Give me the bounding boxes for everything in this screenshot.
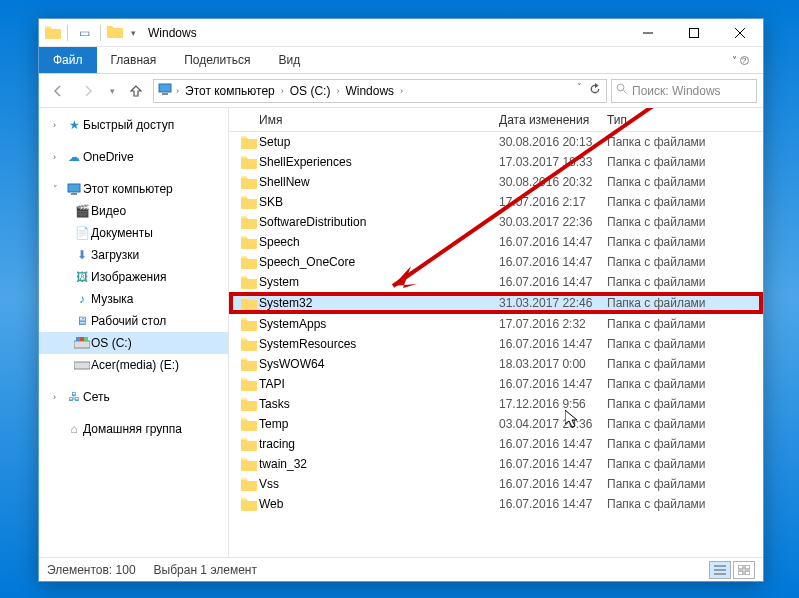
file-name: SKB xyxy=(259,195,499,209)
file-row[interactable]: Web16.07.2016 14:47Папка с файлами xyxy=(229,494,763,514)
cloud-icon: ☁ xyxy=(65,150,83,164)
file-row[interactable]: TAPI16.07.2016 14:47Папка с файлами xyxy=(229,374,763,394)
column-name[interactable]: Имя xyxy=(259,113,499,127)
file-row[interactable]: System3231.03.2017 22:46Папка с файлами xyxy=(229,292,763,314)
address-row: ▾ › Этот компьютер › OS (C:) › Windows ›… xyxy=(39,74,763,108)
explorer-window: ▭ ▾ Windows Файл Главная Поделиться Вид … xyxy=(38,18,764,582)
status-count: Элементов: 100 xyxy=(47,563,136,577)
file-row[interactable]: SKB17.07.2016 2:17Папка с файлами xyxy=(229,192,763,212)
refresh-icon[interactable] xyxy=(588,82,602,99)
view-icons-button[interactable] xyxy=(733,561,755,579)
file-row[interactable]: SystemApps17.07.2016 2:32Папка с файлами xyxy=(229,314,763,334)
file-type: Папка с файлами xyxy=(607,497,763,511)
file-row[interactable]: Tasks17.12.2016 9:56Папка с файлами xyxy=(229,394,763,414)
sidebar-onedrive[interactable]: ›☁OneDrive xyxy=(39,146,228,168)
file-tab[interactable]: Файл xyxy=(39,47,97,73)
sidebar-quick-access[interactable]: ›★Быстрый доступ xyxy=(39,114,228,136)
minimize-button[interactable] xyxy=(625,19,671,47)
breadcrumb-windows[interactable]: Windows xyxy=(343,84,396,98)
view-details-button[interactable] xyxy=(709,561,731,579)
file-type: Папка с файлами xyxy=(607,175,763,189)
mouse-cursor xyxy=(565,410,583,430)
chevron-right-icon[interactable]: › xyxy=(279,86,286,96)
file-row[interactable]: SysWOW6418.03.2017 0:00Папка с файлами xyxy=(229,354,763,374)
chevron-right-icon[interactable]: › xyxy=(398,86,405,96)
breadcrumb-drive[interactable]: OS (C:) xyxy=(288,84,333,98)
qat-properties-icon[interactable]: ▭ xyxy=(74,26,94,40)
status-bar: Элементов: 100 Выбран 1 элемент xyxy=(39,557,763,581)
document-icon: 📄 xyxy=(73,226,91,240)
sidebar-downloads[interactable]: ⬇Загрузки xyxy=(39,244,228,266)
file-row[interactable]: System16.07.2016 14:47Папка с файлами xyxy=(229,272,763,292)
titlebar: ▭ ▾ Windows xyxy=(39,19,763,47)
file-name: System xyxy=(259,275,499,289)
qat-newfolder-icon[interactable] xyxy=(107,24,123,41)
sidebar-pictures[interactable]: 🖼Изображения xyxy=(39,266,228,288)
svg-rect-13 xyxy=(84,337,88,341)
sidebar-homegroup[interactable]: ⌂Домашняя группа xyxy=(39,418,228,440)
folder-icon xyxy=(239,337,259,351)
maximize-button[interactable] xyxy=(671,19,717,47)
tab-view[interactable]: Вид xyxy=(264,47,314,73)
folder-icon xyxy=(239,497,259,511)
file-name: System32 xyxy=(259,296,499,310)
address-bar[interactable]: › Этот компьютер › OS (C:) › Windows › ˅ xyxy=(153,79,607,103)
file-date: 17.07.2016 2:17 xyxy=(499,195,607,209)
close-button[interactable] xyxy=(717,19,763,47)
file-type: Папка с файлами xyxy=(607,155,763,169)
file-date: 16.07.2016 14:47 xyxy=(499,235,607,249)
recent-dropdown-icon[interactable]: ▾ xyxy=(105,78,119,104)
sidebar-thispc[interactable]: ˅Этот компьютер xyxy=(39,178,228,200)
tab-home[interactable]: Главная xyxy=(97,47,171,73)
folder-icon xyxy=(239,215,259,229)
file-row[interactable]: tracing16.07.2016 14:47Папка с файлами xyxy=(229,434,763,454)
file-date: 16.07.2016 14:47 xyxy=(499,497,607,511)
sidebar-drive-e[interactable]: Acer(media) (E:) xyxy=(39,354,228,376)
file-row[interactable]: Speech16.07.2016 14:47Папка с файлами xyxy=(229,232,763,252)
folder-icon xyxy=(239,317,259,331)
forward-button[interactable] xyxy=(75,78,101,104)
chevron-right-icon[interactable]: › xyxy=(174,86,181,96)
back-button[interactable] xyxy=(45,78,71,104)
svg-rect-21 xyxy=(745,565,750,569)
file-type: Папка с файлами xyxy=(607,135,763,149)
sidebar-network[interactable]: ›🖧Сеть xyxy=(39,386,228,408)
svg-rect-23 xyxy=(745,571,750,575)
file-row[interactable]: twain_3216.07.2016 14:47Папка с файлами xyxy=(229,454,763,474)
chevron-right-icon[interactable]: › xyxy=(334,86,341,96)
folder-icon xyxy=(239,135,259,149)
search-input[interactable]: Поиск: Windows xyxy=(611,79,757,103)
sidebar-videos[interactable]: 🎬Видео xyxy=(39,200,228,222)
addr-dropdown-icon[interactable]: ˅ xyxy=(573,82,586,99)
folder-icon xyxy=(239,457,259,471)
column-date[interactable]: Дата изменения xyxy=(499,113,607,127)
file-list[interactable]: Setup30.08.2016 20:13Папка с файламиShel… xyxy=(229,132,763,557)
up-button[interactable] xyxy=(123,78,149,104)
sidebar-music[interactable]: ♪Музыка xyxy=(39,288,228,310)
file-type: Папка с файлами xyxy=(607,477,763,491)
file-row[interactable]: Speech_OneCore16.07.2016 14:47Папка с фа… xyxy=(229,252,763,272)
pc-icon xyxy=(65,183,83,195)
file-row[interactable]: Vss16.07.2016 14:47Папка с файлами xyxy=(229,474,763,494)
file-row[interactable]: SoftwareDistribution30.03.2017 22:36Папк… xyxy=(229,212,763,232)
file-name: ShellExperiences xyxy=(259,155,499,169)
qat-dropdown-icon[interactable]: ▾ xyxy=(127,28,140,38)
file-name: Speech_OneCore xyxy=(259,255,499,269)
sidebar-drive-c[interactable]: OS (C:) xyxy=(39,332,228,354)
file-row[interactable]: SystemResources16.07.2016 14:47Папка с ф… xyxy=(229,334,763,354)
sidebar-documents[interactable]: 📄Документы xyxy=(39,222,228,244)
ribbon-expand-button[interactable]: ˅? xyxy=(717,47,763,73)
file-type: Папка с файлами xyxy=(607,357,763,371)
file-row[interactable]: Temp03.04.2017 20:36Папка с файлами xyxy=(229,414,763,434)
breadcrumb-thispc[interactable]: Этот компьютер xyxy=(183,84,277,98)
folder-icon xyxy=(239,397,259,411)
tab-share[interactable]: Поделиться xyxy=(170,47,264,73)
file-row[interactable]: ShellExperiences17.03.2017 18:33Папка с … xyxy=(229,152,763,172)
search-placeholder: Поиск: Windows xyxy=(632,84,721,98)
column-type[interactable]: Тип xyxy=(607,113,763,127)
sidebar-desktop[interactable]: 🖥Рабочий стол xyxy=(39,310,228,332)
file-name: SoftwareDistribution xyxy=(259,215,499,229)
file-row[interactable]: ShellNew30.08.2016 20:32Папка с файлами xyxy=(229,172,763,192)
file-type: Папка с файлами xyxy=(607,437,763,451)
file-row[interactable]: Setup30.08.2016 20:13Папка с файлами xyxy=(229,132,763,152)
